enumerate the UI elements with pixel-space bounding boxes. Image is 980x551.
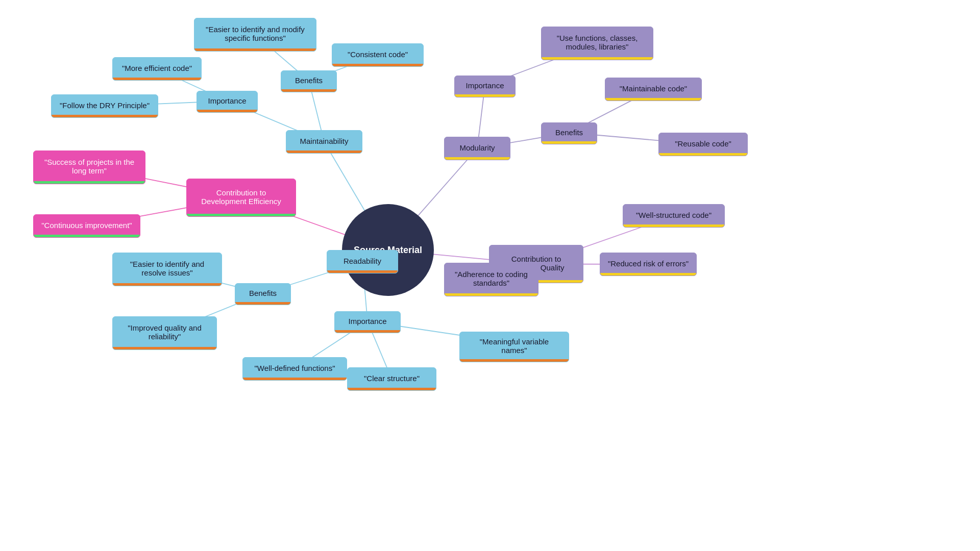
node-contribution_dev: Contribution to Development Efficiency xyxy=(186,179,296,217)
node-csq_q2: "Reduced risk of errors" xyxy=(600,253,697,276)
node-read_importance: Importance xyxy=(334,311,401,333)
node-read_ben_q2: "Improved quality and reliability" xyxy=(112,316,217,350)
node-read_benefits: Benefits xyxy=(235,283,291,305)
node-mod_ben_q2: "Reusable code" xyxy=(658,133,748,156)
node-cde_q1: "Success of projects in the long term" xyxy=(33,151,145,184)
node-csq_q3: "Adherence to coding standards" xyxy=(444,263,538,296)
node-read_imp_q2: "Clear structure" xyxy=(347,367,436,391)
node-mod_benefits: Benefits xyxy=(541,122,597,144)
node-mai_ben_q1: "Easier to identify and modify specific … xyxy=(194,18,316,52)
node-maintainability_importance: Importance xyxy=(197,91,258,113)
mind-map: Source MaterialMaintainabilityImportance… xyxy=(0,0,980,551)
node-mod_importance: Importance xyxy=(454,76,516,97)
node-readability: Readability xyxy=(327,250,398,273)
node-csq_q1: "Well-structured code" xyxy=(623,204,725,228)
node-mod_imp_q1: "Use functions, classes, modules, librar… xyxy=(541,27,653,60)
node-read_imp_q1: "Well-defined functions" xyxy=(242,357,347,381)
node-read_imp_q3: "Meaningful variable names" xyxy=(459,332,569,362)
node-maintainability_benefits: Benefits xyxy=(281,70,337,92)
node-mai_imp_q1: "More efficient code" xyxy=(112,57,202,81)
node-cde_q2: "Continuous improvement" xyxy=(33,214,140,238)
node-mai_ben_q2: "Consistent code" xyxy=(332,43,424,67)
node-mai_imp_q2: "Follow the DRY Principle" xyxy=(51,94,158,118)
node-read_ben_q1: "Easier to identify and resolve issues" xyxy=(112,253,222,286)
node-modularity: Modularity xyxy=(444,137,510,160)
node-maintainability: Maintainability xyxy=(286,130,362,154)
node-mod_ben_q1: "Maintainable code" xyxy=(605,78,702,101)
